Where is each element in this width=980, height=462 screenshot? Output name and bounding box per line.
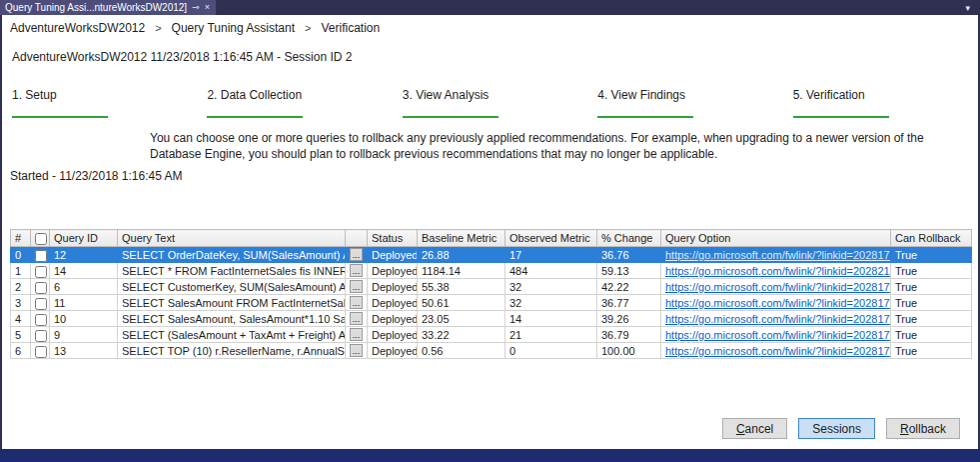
status-cell[interactable]: Deployed <box>368 343 418 359</box>
query-text-cell[interactable]: SELECT SalesAmount FROM FactInternetSale… <box>118 295 346 311</box>
breadcrumb-item-verification[interactable]: Verification <box>321 21 380 35</box>
observed-metric-cell[interactable]: 32 <box>505 279 597 295</box>
query-text-cell[interactable]: SELECT OrderDateKey, SUM(SalesAmount) AS… <box>118 247 346 263</box>
select-all-checkbox[interactable] <box>35 233 47 245</box>
baseline-metric-cell[interactable]: 1184.14 <box>418 263 505 279</box>
row-number-cell[interactable]: 3 <box>11 295 31 311</box>
table-row[interactable]: 0 12 SELECT OrderDateKey, SUM(SalesAmoun… <box>11 247 972 263</box>
row-number-cell[interactable]: 4 <box>11 311 31 327</box>
row-number-cell[interactable]: 5 <box>11 327 31 343</box>
can-rollback-cell[interactable]: True <box>891 279 972 295</box>
query-id-cell[interactable]: 6 <box>50 279 118 295</box>
document-tab[interactable]: Query Tuning Assi...ntureWorksDW2012] ⊸ … <box>0 0 216 15</box>
row-number-cell[interactable]: 2 <box>11 279 31 295</box>
status-cell[interactable]: Deployed <box>368 311 418 327</box>
query-text-expand-button[interactable]: ... <box>350 280 363 293</box>
percent-change-cell[interactable]: 100.00 <box>597 343 661 359</box>
can-rollback-cell[interactable]: True <box>891 295 972 311</box>
table-row[interactable]: 1 14 SELECT * FROM FactInternetSales fis… <box>11 263 972 279</box>
can-rollback-cell[interactable]: True <box>891 311 972 327</box>
header-query-text[interactable]: Query Text <box>118 230 346 247</box>
query-text-cell[interactable]: SELECT TOP (10) r.ResellerName, r.Annual… <box>118 343 346 359</box>
baseline-metric-cell[interactable]: 0.56 <box>418 343 505 359</box>
header-query-id[interactable]: Query ID <box>50 230 118 247</box>
cancel-button[interactable]: Cancel <box>722 418 787 439</box>
query-text-expand-button[interactable]: ... <box>350 312 363 325</box>
can-rollback-cell[interactable]: True <box>891 263 972 279</box>
query-option-link[interactable]: https://go.microsoft.com/fwlink/?linkid=… <box>665 297 891 309</box>
query-text-expand-button[interactable]: ... <box>350 344 363 357</box>
query-text-expand-button[interactable]: ... <box>350 296 363 309</box>
baseline-metric-cell[interactable]: 23.05 <box>418 311 505 327</box>
table-row[interactable]: 4 10 SELECT SalesAmount, SalesAmount*1.1… <box>11 311 972 327</box>
row-checkbox[interactable] <box>35 282 47 294</box>
observed-metric-cell[interactable]: 32 <box>505 295 597 311</box>
baseline-metric-cell[interactable]: 50.61 <box>418 295 505 311</box>
query-text-cell[interactable]: SELECT SalesAmount, SalesAmount*1.10 Sal… <box>118 311 346 327</box>
status-cell[interactable]: Deployed <box>368 295 418 311</box>
table-row[interactable]: 6 13 SELECT TOP (10) r.ResellerName, r.A… <box>11 343 972 359</box>
query-id-cell[interactable]: 13 <box>50 343 118 359</box>
query-option-link[interactable]: https://go.microsoft.com/fwlink/?linkid=… <box>665 249 891 261</box>
header-percent-change[interactable]: % Change <box>597 230 661 247</box>
table-row[interactable]: 2 6 SELECT CustomerKey, SUM(SalesAmount)… <box>11 279 972 295</box>
percent-change-cell[interactable]: 39.26 <box>597 311 661 327</box>
query-option-link[interactable]: https://go.microsoft.com/fwlink/?linkid=… <box>665 345 891 357</box>
header-can-rollback[interactable]: Can Rollback <box>891 230 972 247</box>
status-cell[interactable]: Deployed <box>368 263 418 279</box>
observed-metric-cell[interactable]: 17 <box>505 247 597 263</box>
breadcrumb-item-database[interactable]: AdventureWorksDW2012 <box>10 21 145 35</box>
table-row[interactable]: 5 9 SELECT (SalesAmount + TaxAmt + Freig… <box>11 327 972 343</box>
can-rollback-cell[interactable]: True <box>891 247 972 263</box>
query-text-cell[interactable]: SELECT (SalesAmount + TaxAmt + Freight) … <box>118 327 346 343</box>
query-id-cell[interactable]: 10 <box>50 311 118 327</box>
query-option-link[interactable]: https://go.microsoft.com/fwlink/?linkid=… <box>665 313 891 325</box>
query-id-cell[interactable]: 9 <box>50 327 118 343</box>
table-row[interactable]: 3 11 SELECT SalesAmount FROM FactInterne… <box>11 295 972 311</box>
query-text-expand-button[interactable]: ... <box>350 264 363 277</box>
percent-change-cell[interactable]: 36.77 <box>597 295 661 311</box>
sessions-button[interactable]: Sessions <box>798 418 875 439</box>
query-text-expand-button[interactable]: ... <box>350 248 363 261</box>
breadcrumb-item-query-tuning-assistant[interactable]: Query Tuning Assistant <box>172 21 295 35</box>
query-id-cell[interactable]: 11 <box>50 295 118 311</box>
row-number-cell[interactable]: 1 <box>11 263 31 279</box>
row-checkbox[interactable] <box>35 346 47 358</box>
status-cell[interactable]: Deployed <box>368 327 418 343</box>
observed-metric-cell[interactable]: 21 <box>505 327 597 343</box>
query-option-link[interactable]: https://go.microsoft.com/fwlink/?linkid=… <box>665 329 891 341</box>
query-id-cell[interactable]: 14 <box>50 263 118 279</box>
query-text-expand-button[interactable]: ... <box>350 328 363 341</box>
row-number-cell[interactable]: 0 <box>11 247 31 263</box>
row-checkbox[interactable] <box>35 314 47 326</box>
baseline-metric-cell[interactable]: 33.22 <box>418 327 505 343</box>
can-rollback-cell[interactable]: True <box>891 343 972 359</box>
query-id-cell[interactable]: 12 <box>50 247 118 263</box>
header-baseline-metric[interactable]: Baseline Metric <box>418 230 505 247</box>
status-cell[interactable]: Deployed <box>368 279 418 295</box>
pin-icon[interactable]: ⊸ <box>192 3 200 12</box>
query-text-cell[interactable]: SELECT * FROM FactInternetSales fis INNE… <box>118 263 346 279</box>
rollback-button[interactable]: Rollback <box>886 418 960 439</box>
row-number-cell[interactable]: 6 <box>11 343 31 359</box>
observed-metric-cell[interactable]: 484 <box>505 263 597 279</box>
row-checkbox[interactable] <box>35 298 47 310</box>
query-option-link[interactable]: https://go.microsoft.com/fwlink/?linkid=… <box>665 281 891 293</box>
observed-metric-cell[interactable]: 0 <box>505 343 597 359</box>
baseline-metric-cell[interactable]: 26.88 <box>418 247 505 263</box>
tab-list-dropdown-icon[interactable]: ▾ <box>955 0 980 15</box>
percent-change-cell[interactable]: 42.22 <box>597 279 661 295</box>
row-checkbox[interactable] <box>35 250 47 262</box>
header-query-option[interactable]: Query Option <box>661 230 891 247</box>
observed-metric-cell[interactable]: 14 <box>505 311 597 327</box>
percent-change-cell[interactable]: 36.76 <box>597 247 661 263</box>
row-checkbox[interactable] <box>35 266 47 278</box>
baseline-metric-cell[interactable]: 55.38 <box>418 279 505 295</box>
status-cell[interactable]: Deployed <box>368 247 418 263</box>
percent-change-cell[interactable]: 59.13 <box>597 263 661 279</box>
percent-change-cell[interactable]: 36.79 <box>597 327 661 343</box>
query-option-link[interactable]: https://go.microsoft.com/fwlink/?linkid=… <box>665 265 891 277</box>
close-icon[interactable]: × <box>205 3 210 12</box>
header-observed-metric[interactable]: Observed Metric <box>505 230 597 247</box>
can-rollback-cell[interactable]: True <box>891 327 972 343</box>
